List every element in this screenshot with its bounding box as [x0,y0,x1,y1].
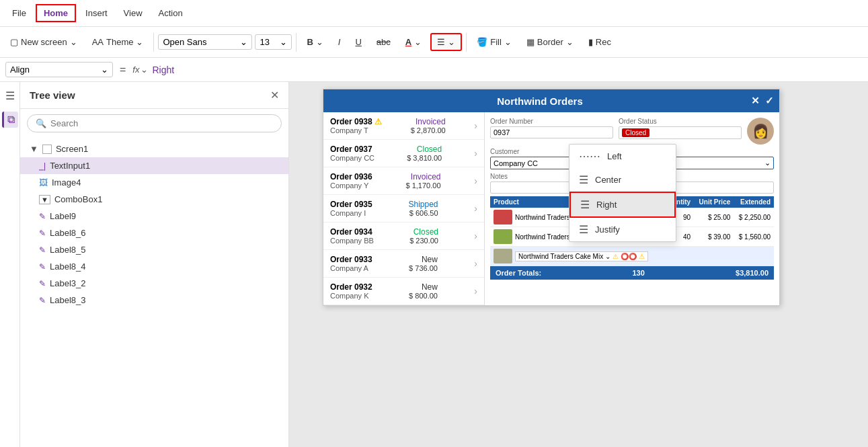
new-screen-chevron-icon: ⌄ [70,37,77,47]
left-align-icon: ⋯⋯ [579,150,600,163]
warning-icon-cake: ⚠ [613,253,619,260]
justify-align-icon: ☰ [579,223,588,236]
center-align-icon: ☰ [579,173,588,186]
order-item-0936[interactable]: Order 0936 Company Y Invoiced $ 1,170.00… [323,167,484,195]
order-item-0935[interactable]: Order 0935 Company I Shipped $ 606.50 › [323,195,484,222]
underline-button[interactable]: U [349,34,367,50]
align-justify-option[interactable]: ☰ Justify [569,218,676,241]
align-right-option[interactable]: ☰ Right [569,192,676,218]
search-icon: 🔍 [36,118,46,128]
font-size-select[interactable]: 13 ⌄ [255,34,292,50]
order-arrow-icon: › [474,258,477,269]
toolbar: ▢ New screen ⌄ AA Theme ⌄ Open Sans ⌄ 13… [0,27,868,58]
tree-close-button[interactable]: ✕ [270,89,279,101]
align-icon: ☰ [437,37,445,47]
tree-title: Tree view [30,89,75,101]
orders-list: Order 0938 ⚠ Company T Invoiced $ 2,870.… [323,112,485,305]
order-item-0937[interactable]: Order 0937 Company CC Closed $ 3,810.00 … [323,140,484,167]
menu-action[interactable]: Action [152,5,190,21]
closed-badge: Closed [622,128,649,137]
unit-price-col-header: Unit Price [694,196,734,208]
sidebar-hamburger-icon[interactable]: ☰ [2,87,18,104]
combobox-icon: ▼ [39,195,50,204]
strikethrough-button[interactable]: abc [370,34,397,50]
product-image-2 [494,229,512,244]
border-button[interactable]: ▦ Border ⌄ [520,34,580,50]
border-chevron-icon: ⌄ [566,37,574,47]
right-align-icon: ☰ [580,198,590,211]
separator-2 [296,33,297,52]
order-status-field[interactable]: Closed [619,126,742,139]
app-close-icon[interactable]: ✕ [751,95,760,107]
order-arrow-icon: › [474,175,477,186]
font-color-button[interactable]: A ⌄ [399,34,428,50]
order-item-0938[interactable]: Order 0938 ⚠ Company T Invoiced $ 2,870.… [323,112,484,140]
align-dropdown: ⋯⋯ Left ☰ Center ☰ Right ☰ Justify [569,144,676,242]
order-item-0932[interactable]: Order 0932 Company K New $ 800.00 › [323,278,484,305]
order-item-0933[interactable]: Order 0933 Company A New $ 736.00 › [323,250,484,278]
bold-chevron-icon: ⌄ [316,37,323,47]
new-screen-icon: ▢ [10,37,18,47]
order-arrow-icon: › [474,120,477,131]
tree-item-label8-3[interactable]: ✎ Label8_3 [20,292,288,309]
order-item-0934[interactable]: Order 0934 Company BB Closed $ 230.00 › [323,222,484,250]
app-content: Order 0938 ⚠ Company T Invoiced $ 2,870.… [323,112,779,305]
product-image-1 [494,210,512,225]
formula-fx-button[interactable]: fx ⌄ [132,65,148,75]
tree-item-label9[interactable]: ✎ Label9 [20,208,288,225]
align-center-option[interactable]: ☰ Center [569,168,676,192]
label-icon: ✎ [39,262,46,272]
new-screen-button[interactable]: ▢ New screen ⌄ [4,34,83,50]
tree-item-screen1[interactable]: ▼ Screen1 [20,140,288,157]
tree-item-label8-4[interactable]: ✎ Label8_4 [20,258,288,275]
tree-item-label3-2[interactable]: ✎ Label3_2 [20,275,288,292]
tree-item-label8-5[interactable]: ✎ Label8_5 [20,241,288,258]
theme-chevron-icon: ⌄ [136,37,143,47]
tree-item-image4[interactable]: 🖼 Image4 [20,174,288,191]
label-icon: ✎ [39,245,46,255]
italic-button[interactable]: I [332,34,347,50]
app-header-icons: ✕ ✓ [751,95,774,107]
order-number-field[interactable]: 0937 [490,126,613,138]
employee-avatar: 👩 [747,118,774,145]
font-color-chevron-icon: ⌄ [414,37,422,47]
menu-home[interactable]: Home [36,4,76,22]
product-row-3[interactable]: Northwind Traders Cake Mix ⌄ ⚠ ⭕⭕ ⚠ [490,247,774,266]
separator-1 [153,33,154,52]
font-chevron-icon: ⌄ [240,37,247,47]
menu-file[interactable]: File [5,5,33,21]
app-check-icon[interactable]: ✓ [765,95,774,107]
tree-content: ▼ Screen1 ⎯| TextInput1 🖼 Image4 ▼ Combo… [20,138,288,447]
rec-button[interactable]: ▮ Rec [582,34,617,50]
tree-item-label8-6[interactable]: ✎ Label8_6 [20,225,288,241]
canvas-area: Northwind Orders ✕ ✓ Order 0938 ⚠ Compan… [289,82,868,447]
formula-equals: = [117,64,128,76]
tree-item-combobox1[interactable]: ▼ ComboBox1 [20,191,288,208]
app-window: Northwind Orders ✕ ✓ Order 0938 ⚠ Compan… [323,89,780,306]
menu-insert[interactable]: Insert [79,5,114,21]
tree-panel: Tree view ✕ 🔍 ▼ Screen1 ⎯| TextInput1 🖼 … [20,82,289,447]
sidebar-layers-icon[interactable]: ⧉ [2,112,18,128]
bold-button[interactable]: B ⌄ [301,34,329,50]
fill-icon: 🪣 [477,37,487,47]
textinput-icon: ⎯| [39,161,46,171]
fill-button[interactable]: 🪣 Fill ⌄ [471,34,518,50]
left-sidebar: ☰ ⧉ [0,82,20,447]
formula-value: Right [152,65,174,75]
theme-button[interactable]: AA Theme ⌄ [86,34,150,50]
warning-icon-cake2: ⚠ [639,253,645,260]
search-input[interactable] [50,118,273,128]
align-button[interactable]: ☰ ⌄ [430,33,462,51]
label-icon: ✎ [39,279,46,288]
label-icon: ✎ [39,212,46,221]
align-left-option[interactable]: ⋯⋯ Left [569,145,676,168]
font-family-select[interactable]: Open Sans ⌄ [158,34,252,50]
align-chevron-icon: ⌄ [448,37,455,47]
tree-search-box[interactable]: 🔍 [27,114,282,132]
tree-item-textinput1[interactable]: ⎯| TextInput1 [20,157,288,174]
product-image-3 [494,249,512,263]
formula-name-select[interactable]: Align ⌄ [5,62,113,77]
menu-view[interactable]: View [117,5,149,21]
main-area: ☰ ⧉ Tree view ✕ 🔍 ▼ Screen1 ⎯| TextInput… [0,82,868,447]
font-size-chevron-icon: ⌄ [280,37,287,47]
